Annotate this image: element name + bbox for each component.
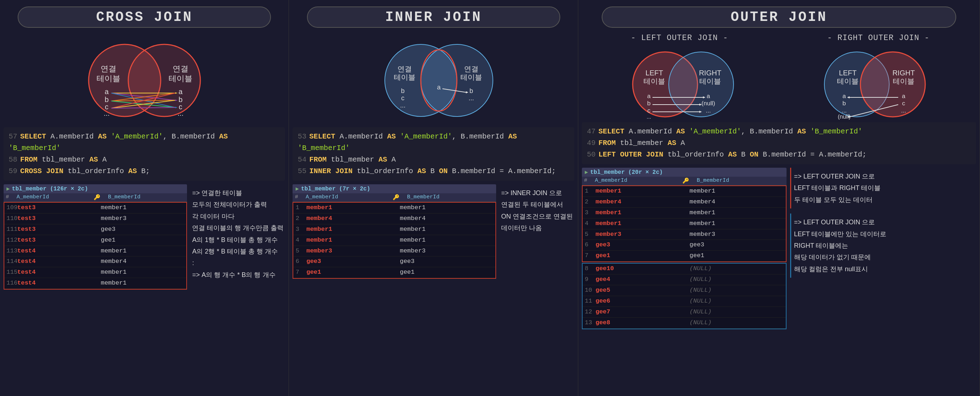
svg-text:b: b [842, 100, 846, 107]
table-row: 116test4member1 [4, 278, 186, 289]
cross-join-section: CROSS JOIN 연결 테이블 연결 테이블 a b c ... a b c… [0, 0, 289, 396]
outer-join-results: ▶ tbl_member (20r × 2c) #A_memberId🔑B_me… [582, 168, 976, 331]
svg-text:a: a [437, 84, 441, 91]
table-row: 9gee4(NULL) [582, 275, 786, 285]
table-row: 2member4member4 [293, 214, 495, 224]
cross-join-venn: 연결 테이블 연결 테이블 a b c ... a b c ... [3, 34, 285, 127]
cross-join-table-body: 109test3member1 110test3member3 111test3… [3, 202, 187, 290]
inner-join-title: INNER JOIN [307, 6, 560, 28]
table-row: 4member1member1 [293, 235, 495, 246]
outer-join-table: ▶ tbl_member (20r × 2c) #A_memberId🔑B_me… [582, 168, 786, 329]
cross-join-table-cols: #A_memberId🔑B_memberId [3, 193, 187, 202]
svg-text:...: ... [469, 94, 474, 102]
right-outer-subtitle: - RIGHT OUTER JOIN - [781, 34, 976, 43]
svg-text:...: ... [177, 109, 183, 117]
svg-text:연결: 연결 [173, 64, 188, 73]
inner-join-table-header: ▶ tbl_member (7r × 2c) [293, 184, 496, 193]
svg-text:b: b [178, 96, 182, 104]
table-row: 7gee1gee1 [293, 267, 495, 278]
svg-text:테이블: 테이블 [169, 74, 192, 83]
svg-text:...: ... [706, 107, 711, 114]
svg-text:RIGHT: RIGHT [699, 69, 721, 77]
table-row: 1member1member1 [293, 203, 495, 214]
cross-join-title: CROSS JOIN [18, 6, 271, 28]
table-row: 12gee7(NULL) [582, 307, 786, 318]
svg-text:b: b [647, 100, 650, 107]
svg-text:...: ... [400, 102, 406, 109]
outer-join-diagrams: - LEFT OUTER JOIN - LEFT 테이블 RIGHT 테이블 a… [582, 34, 976, 122]
svg-text:c: c [902, 100, 905, 107]
svg-text:테이블: 테이블 [460, 73, 482, 81]
outer-join-table-cols: #A_memberId🔑B_memberId [582, 177, 786, 185]
svg-text:테이블: 테이블 [893, 77, 915, 85]
svg-text:a: a [842, 93, 846, 99]
svg-text:b: b [469, 87, 473, 94]
cross-join-table: ▶ tbl_member (126r × 2c) #A_memberId🔑B_m… [3, 184, 187, 290]
svg-text:테이블: 테이블 [394, 73, 415, 81]
svg-text:a: a [706, 93, 710, 99]
table-row: 6gee3gee3 [582, 240, 786, 251]
table-row: 5member3member3 [582, 229, 786, 240]
svg-text:b: b [401, 87, 405, 94]
outer-join-section: OUTER JOIN - LEFT OUTER JOIN - LEFT 테이블 … [578, 0, 980, 396]
table-row: 7gee1gee1 [582, 251, 786, 262]
left-outer-subtitle: - LEFT OUTER JOIN - [582, 34, 777, 43]
svg-text:a: a [902, 93, 905, 99]
svg-text:LEFT: LEFT [646, 69, 663, 77]
inner-join-table: ▶ tbl_member (7r × 2c) #A_memberId🔑B_mem… [293, 184, 496, 279]
table-row: 11gee6(NULL) [582, 296, 786, 307]
inner-join-venn: 연결 테이블 연결 테이블 b c ... a b ... [293, 34, 574, 127]
svg-text:RIGHT: RIGHT [892, 69, 915, 77]
cross-join-explanation: => 연결한 테이블 모두의 전체데이터가 출력 각 데이터 마다 연결 테이블… [191, 184, 285, 283]
svg-text:a: a [178, 88, 183, 96]
cross-join-code: 57SELECT A.memberId AS 'A_memberId', B.m… [3, 127, 285, 181]
svg-text:...: ... [842, 107, 847, 114]
table-row: 6gee3gee3 [293, 256, 495, 267]
table-row: 109test3member1 [4, 203, 186, 214]
table-row: 3member1member1 [293, 224, 495, 235]
svg-text:LEFT: LEFT [839, 69, 857, 77]
table-row: 10gee5(NULL) [582, 285, 786, 296]
svg-text:연결: 연결 [398, 65, 412, 73]
table-row: 8gee10(NULL) [582, 263, 786, 275]
table-row: 110test3member3 [4, 214, 186, 224]
inner-join-code: 53SELECT A.memberId AS 'A_memberId', B.m… [293, 127, 574, 181]
svg-text:(null): (null) [702, 100, 715, 107]
table-row: 13gee8(NULL) [582, 318, 786, 329]
table-row: 111test3gee3 [4, 224, 186, 235]
svg-text:테이블: 테이블 [837, 77, 859, 85]
svg-text:b: b [105, 96, 108, 104]
cross-join-table-header: ▶ tbl_member (126r × 2c) [3, 184, 187, 193]
table-row: 113test4member1 [4, 246, 186, 257]
table-row: 115test4member1 [4, 267, 186, 278]
table-row: 5member3member3 [293, 246, 495, 257]
outer-join-code: 47SELECT A.memberId AS 'A_memberId', B.m… [582, 122, 976, 164]
outer-join-red-explanation: => LEFT OUTER JOIN 으로 LEFT 테이블과 RIGHT 테이… [790, 168, 976, 208]
outer-join-title: OUTER JOIN [602, 6, 956, 28]
inner-join-table-cols: #A_memberId🔑B_memberId [293, 193, 496, 202]
outer-join-table-header: ▶ tbl_member (20r × 2c) [582, 168, 786, 177]
cross-join-results: ▶ tbl_member (126r × 2c) #A_memberId🔑B_m… [3, 184, 285, 292]
inner-join-explanation: => INNER JOIN 으로 연결된 두 테이블에서 ON 연결조건으로 연… [500, 184, 574, 237]
inner-join-table-body: 1member1member1 2member4member4 3member1… [293, 202, 496, 279]
svg-text:a: a [647, 93, 651, 99]
svg-text:c: c [401, 94, 405, 102]
outer-join-blue-explanation: => LEFT OUTER JOIN 으로 LEFT 테이블에만 있는 데이터로… [790, 214, 976, 278]
table-row: 114test4member4 [4, 256, 186, 267]
table-row: 2member4member4 [582, 197, 786, 208]
svg-text:연결: 연결 [100, 64, 116, 73]
outer-join-table-blue: 8gee10(NULL) 9gee4(NULL) 10gee5(NULL) 11… [582, 263, 786, 329]
table-row: 1member1member1 [582, 186, 786, 197]
svg-text:...: ... [647, 113, 651, 120]
inner-join-section: INNER JOIN 연결 테이블 연결 테이블 b c ... a b ... [289, 0, 578, 396]
svg-text:테이블: 테이블 [643, 77, 665, 85]
svg-text:...: ... [901, 107, 906, 114]
table-row: 112test3gee1 [4, 235, 186, 246]
svg-text:테이블: 테이블 [699, 77, 721, 85]
table-row: 4member1member1 [582, 219, 786, 229]
svg-text:a: a [105, 88, 109, 96]
inner-join-results: ▶ tbl_member (7r × 2c) #A_memberId🔑B_mem… [293, 184, 574, 281]
svg-text:c: c [648, 107, 651, 114]
svg-text:연결: 연결 [464, 65, 479, 73]
svg-text:테이블: 테이블 [97, 74, 120, 83]
